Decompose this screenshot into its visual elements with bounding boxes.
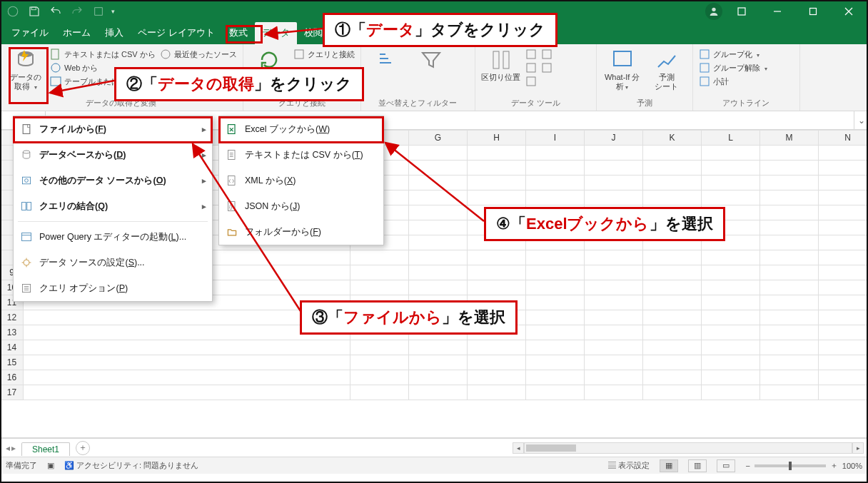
cell[interactable] <box>760 220 819 235</box>
menu-item-combine[interactable]: クエリの結合(Q) <box>14 193 212 219</box>
get-data-button[interactable]: データの取得 <box>6 47 46 96</box>
cell[interactable] <box>760 235 819 250</box>
submenu-item-json[interactable]: {}JSON から(J) <box>219 193 383 219</box>
cell[interactable] <box>819 161 869 176</box>
cell[interactable] <box>409 220 468 235</box>
tab-home[interactable]: ホーム <box>56 22 98 44</box>
cell[interactable] <box>409 355 468 370</box>
cell[interactable] <box>526 250 585 265</box>
cell[interactable] <box>702 161 760 176</box>
autosave-toggle[interactable] <box>4 3 21 20</box>
tab-data[interactable]: データ <box>255 22 297 44</box>
cell[interactable] <box>468 370 526 385</box>
cell[interactable] <box>409 161 468 176</box>
cell[interactable] <box>468 176 526 190</box>
cell[interactable] <box>819 190 869 205</box>
cell[interactable] <box>409 340 468 355</box>
cell[interactable] <box>702 325 760 340</box>
row-header[interactable]: 15 <box>1 355 24 370</box>
menu-item-other[interactable]: その他のデータ ソースから(O) <box>14 168 212 193</box>
cell[interactable] <box>819 280 869 295</box>
remove-dup[interactable] <box>525 62 537 73</box>
cell[interactable] <box>585 250 643 265</box>
cell[interactable] <box>643 250 702 265</box>
col-header[interactable]: L <box>702 131 760 146</box>
cell[interactable] <box>24 355 350 370</box>
cell[interactable] <box>643 295 702 310</box>
sheet-nav-prev[interactable]: ◂ <box>6 443 10 453</box>
tab-insert[interactable]: 挿入 <box>98 22 131 44</box>
cell[interactable] <box>643 190 702 205</box>
cell[interactable] <box>585 190 643 205</box>
account-avatar[interactable] <box>705 3 722 20</box>
cell[interactable] <box>468 280 526 295</box>
cell[interactable] <box>409 280 468 295</box>
cell[interactable] <box>526 176 585 190</box>
cell[interactable] <box>819 220 869 235</box>
cell[interactable] <box>702 355 760 370</box>
cell[interactable] <box>350 265 409 280</box>
col-header[interactable]: N <box>819 131 869 146</box>
cell[interactable] <box>409 190 468 205</box>
cell[interactable] <box>526 325 585 340</box>
cell[interactable] <box>468 340 526 355</box>
cell[interactable] <box>526 190 585 205</box>
cell[interactable] <box>819 340 869 355</box>
row-header[interactable]: 13 <box>1 325 24 340</box>
macro-rec-icon[interactable]: ▣ <box>47 461 54 470</box>
row-header[interactable]: 14 <box>1 340 24 355</box>
cell[interactable] <box>585 310 643 325</box>
tab-file[interactable]: ファイル <box>4 22 56 44</box>
accessibility-status[interactable]: ♿ アクセシビリティ: 問題ありません <box>64 460 198 471</box>
cell[interactable] <box>643 161 702 176</box>
view-page-break[interactable]: ▭ <box>717 459 735 472</box>
cell[interactable] <box>702 370 760 385</box>
cell[interactable] <box>526 280 585 295</box>
sort-button[interactable] <box>367 47 407 96</box>
text-to-columns[interactable]: 区切り位置 <box>481 47 521 96</box>
cell[interactable] <box>702 385 760 400</box>
redo-icon[interactable] <box>69 3 86 20</box>
filter-button[interactable] <box>411 47 451 96</box>
cell[interactable] <box>409 235 468 250</box>
cell[interactable] <box>24 370 350 385</box>
cell[interactable] <box>585 340 643 355</box>
cell[interactable] <box>819 310 869 325</box>
cell[interactable] <box>702 295 760 310</box>
cell[interactable] <box>526 370 585 385</box>
queries-connections[interactable]: クエリと接続 <box>293 49 355 60</box>
cell[interactable] <box>526 355 585 370</box>
cell[interactable] <box>585 280 643 295</box>
row-header[interactable]: 12 <box>1 310 24 325</box>
cell[interactable] <box>643 146 702 161</box>
cell[interactable] <box>585 146 643 161</box>
zoom-out[interactable]: − <box>745 462 750 470</box>
cell[interactable] <box>585 385 643 400</box>
cell[interactable] <box>468 161 526 176</box>
consolidate[interactable] <box>541 49 552 60</box>
menu-item-db[interactable]: データベースから(D) <box>14 142 212 168</box>
col-header[interactable]: M <box>760 131 819 146</box>
menu-item-file[interactable]: ファイルから(F) <box>14 116 212 142</box>
col-header[interactable]: K <box>643 131 702 146</box>
cell[interactable] <box>24 385 350 400</box>
cell[interactable] <box>468 146 526 161</box>
cell[interactable] <box>585 295 643 310</box>
cell[interactable] <box>819 205 869 220</box>
undo-icon[interactable] <box>47 3 64 20</box>
cell[interactable] <box>468 250 526 265</box>
cell[interactable] <box>24 340 350 355</box>
zoom-slider[interactable] <box>755 464 826 467</box>
cell[interactable] <box>760 295 819 310</box>
save-icon[interactable] <box>26 3 43 20</box>
cell[interactable] <box>643 385 702 400</box>
cell[interactable] <box>702 265 760 280</box>
cell[interactable] <box>702 280 760 295</box>
cell[interactable] <box>819 250 869 265</box>
cell[interactable] <box>760 146 819 161</box>
cell[interactable] <box>643 325 702 340</box>
submenu-item-csv[interactable]: テキストまたは CSV から(T) <box>219 142 383 168</box>
submenu-item-xml[interactable]: XML から(X) <box>219 168 383 193</box>
submenu-item-xl[interactable]: Excel ブックから(W) <box>219 116 383 142</box>
add-sheet-button[interactable]: ＋ <box>76 441 90 455</box>
